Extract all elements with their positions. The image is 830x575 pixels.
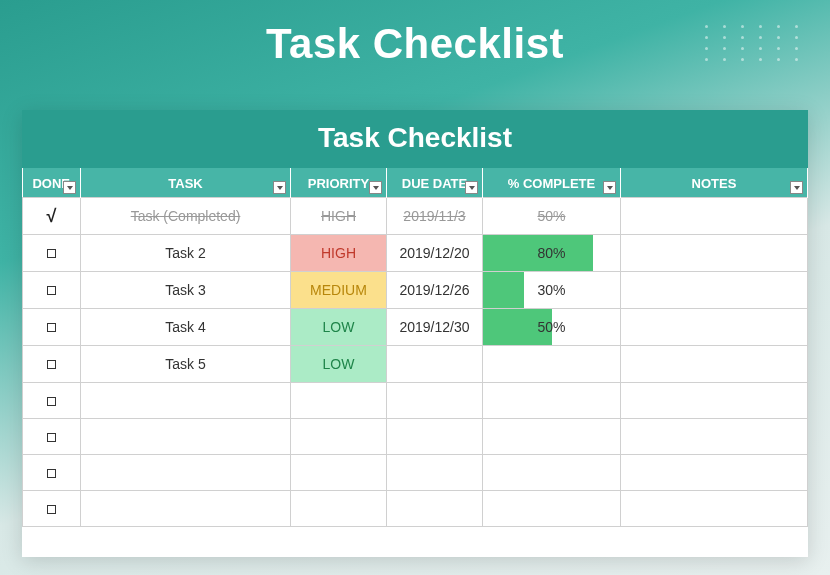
checkbox-empty-icon <box>47 433 56 442</box>
cell-duedate[interactable] <box>387 455 483 491</box>
cell-priority[interactable]: HIGH <box>291 235 387 272</box>
header-row: DONE TASK PRIORITY DUE DATE % COMPLETE N… <box>23 168 808 198</box>
cell-notes[interactable] <box>621 309 808 346</box>
cell-notes[interactable] <box>621 272 808 309</box>
cell-done[interactable] <box>23 309 81 346</box>
cell-task[interactable] <box>81 383 291 419</box>
table-row: √Task (Completed)HIGH2019/11/350% <box>23 198 808 235</box>
table-row: Task 2HIGH2019/12/2080% <box>23 235 808 272</box>
cell-task[interactable]: Task 3 <box>81 272 291 309</box>
cell-notes[interactable] <box>621 235 808 272</box>
cell-duedate[interactable] <box>387 383 483 419</box>
table-row <box>23 455 808 491</box>
cell-complete[interactable] <box>483 346 621 383</box>
cell-duedate[interactable]: 2019/12/20 <box>387 235 483 272</box>
cell-complete[interactable] <box>483 491 621 527</box>
cell-duedate[interactable]: 2019/12/26 <box>387 272 483 309</box>
progress-bar-wrap: 50% <box>483 309 620 345</box>
cell-done[interactable] <box>23 455 81 491</box>
cell-priority[interactable] <box>291 491 387 527</box>
cell-done[interactable] <box>23 235 81 272</box>
sheet-title: Task Checklist <box>22 110 808 168</box>
cell-duedate[interactable] <box>387 491 483 527</box>
header-complete-label: % COMPLETE <box>508 176 595 191</box>
progress-label: 30% <box>483 272 620 308</box>
cell-done[interactable] <box>23 272 81 309</box>
table-row: Task 4LOW2019/12/3050% <box>23 309 808 346</box>
cell-task[interactable] <box>81 491 291 527</box>
cell-notes[interactable] <box>621 198 808 235</box>
header-complete[interactable]: % COMPLETE <box>483 168 621 198</box>
cell-priority[interactable] <box>291 383 387 419</box>
filter-icon[interactable] <box>273 181 286 194</box>
filter-icon[interactable] <box>465 181 478 194</box>
cell-done[interactable] <box>23 383 81 419</box>
priority-pill: LOW <box>291 309 386 345</box>
cell-duedate[interactable] <box>387 346 483 383</box>
cell-done[interactable] <box>23 491 81 527</box>
cell-notes[interactable] <box>621 419 808 455</box>
cell-task[interactable]: Task (Completed) <box>81 198 291 235</box>
cell-priority[interactable]: HIGH <box>291 198 387 235</box>
progress-label: 50% <box>483 309 620 345</box>
decorative-dot-grid <box>705 25 805 61</box>
cell-notes[interactable] <box>621 455 808 491</box>
filter-icon[interactable] <box>603 181 616 194</box>
cell-task[interactable]: Task 4 <box>81 309 291 346</box>
cell-complete[interactable] <box>483 455 621 491</box>
cell-notes[interactable] <box>621 383 808 419</box>
table-row <box>23 419 808 455</box>
cell-complete[interactable]: 30% <box>483 272 621 309</box>
header-duedate[interactable]: DUE DATE <box>387 168 483 198</box>
cell-duedate[interactable]: 2019/12/30 <box>387 309 483 346</box>
progress-bar-wrap: 30% <box>483 272 620 308</box>
header-task-label: TASK <box>168 176 202 191</box>
cell-priority[interactable] <box>291 419 387 455</box>
task-table: DONE TASK PRIORITY DUE DATE % COMPLETE N… <box>22 168 808 527</box>
cell-duedate[interactable] <box>387 419 483 455</box>
table-row: Task 5LOW <box>23 346 808 383</box>
cell-done[interactable] <box>23 419 81 455</box>
cell-done[interactable] <box>23 346 81 383</box>
header-task[interactable]: TASK <box>81 168 291 198</box>
checkbox-empty-icon <box>47 286 56 295</box>
cell-done[interactable]: √ <box>23 198 81 235</box>
cell-duedate[interactable]: 2019/11/3 <box>387 198 483 235</box>
cell-task[interactable]: Task 2 <box>81 235 291 272</box>
spreadsheet-container: Task Checklist DONE TASK PRIORITY DUE DA… <box>22 110 808 557</box>
cell-complete[interactable]: 50% <box>483 309 621 346</box>
header-notes-label: NOTES <box>692 176 737 191</box>
checkbox-empty-icon <box>47 469 56 478</box>
filter-icon[interactable] <box>63 181 76 194</box>
cell-complete[interactable]: 50% <box>483 198 621 235</box>
cell-task[interactable] <box>81 455 291 491</box>
filter-icon[interactable] <box>790 181 803 194</box>
header-done[interactable]: DONE <box>23 168 81 198</box>
cell-complete[interactable] <box>483 383 621 419</box>
progress-label: 80% <box>483 235 620 271</box>
checkmark-icon: √ <box>47 206 57 226</box>
checkbox-empty-icon <box>47 360 56 369</box>
checkbox-empty-icon <box>47 249 56 258</box>
cell-notes[interactable] <box>621 491 808 527</box>
cell-task[interactable] <box>81 419 291 455</box>
cell-complete[interactable] <box>483 419 621 455</box>
cell-task[interactable]: Task 5 <box>81 346 291 383</box>
table-row <box>23 491 808 527</box>
cell-priority[interactable] <box>291 455 387 491</box>
header-notes[interactable]: NOTES <box>621 168 808 198</box>
cell-priority[interactable]: MEDIUM <box>291 272 387 309</box>
cell-priority[interactable]: LOW <box>291 309 387 346</box>
cell-priority[interactable]: LOW <box>291 346 387 383</box>
cell-complete[interactable]: 80% <box>483 235 621 272</box>
filter-icon[interactable] <box>369 181 382 194</box>
checkbox-empty-icon <box>47 505 56 514</box>
cell-notes[interactable] <box>621 346 808 383</box>
priority-pill: HIGH <box>291 235 386 271</box>
priority-pill: MEDIUM <box>291 272 386 308</box>
header-duedate-label: DUE DATE <box>402 176 467 191</box>
table-row <box>23 383 808 419</box>
checkbox-empty-icon <box>47 323 56 332</box>
header-priority[interactable]: PRIORITY <box>291 168 387 198</box>
priority-pill: HIGH <box>291 198 386 234</box>
